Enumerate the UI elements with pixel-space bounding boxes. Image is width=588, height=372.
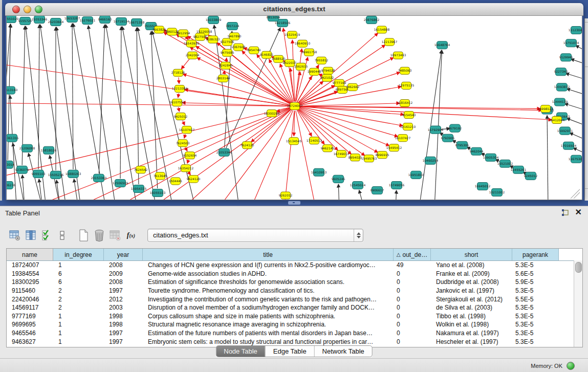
citation-edge[interactable]: [99, 25, 104, 173]
cell-title[interactable]: Tourette syndrome. Phenomenology and cla…: [143, 287, 394, 295]
cell-pagerank[interactable]: 5.3E-5: [512, 261, 559, 270]
table-body[interactable]: 1872400712008Changes of HCN gene express…: [7, 261, 582, 346]
table-row[interactable]: 911546021997Tourette syndrome. Phenomeno…: [7, 287, 582, 295]
citation-edge[interactable]: [571, 59, 582, 64]
cell-title[interactable]: Investigating the contribution of common…: [143, 295, 394, 303]
citation-edge[interactable]: [183, 121, 185, 125]
citation-network-graph[interactable]: 2055102091557262105334626203664106532871…: [7, 16, 582, 200]
canvas-resize-grip[interactable]: [574, 192, 580, 199]
cell-year[interactable]: 1997: [104, 337, 143, 346]
cell-year[interactable]: 2008: [104, 278, 143, 287]
cell-pagerank[interactable]: 5.5E-5: [512, 295, 559, 303]
column-header-year[interactable]: year: [104, 249, 143, 260]
cell-name[interactable]: 18724007: [7, 261, 53, 270]
cell-in_degree[interactable]: 2: [53, 303, 104, 312]
cell-in_degree[interactable]: 1: [53, 329, 104, 338]
function-builder-icon[interactable]: f(x): [124, 229, 138, 242]
cell-name[interactable]: 18300295: [7, 278, 53, 287]
close-panel-icon[interactable]: ✕: [575, 208, 582, 216]
table-row[interactable]: 1872400712008Changes of HCN gene express…: [7, 261, 582, 270]
table-header-row[interactable]: namein_degreeyeartitle△out_de…shortpager…: [7, 249, 582, 261]
table-column-icon[interactable]: [24, 229, 37, 242]
cell-short[interactable]: Yano et al. (2008): [431, 261, 512, 270]
cell-title[interactable]: Changes of HCN gene expression and I(f) …: [143, 261, 394, 270]
cell-name[interactable]: 9465546: [7, 329, 53, 338]
cell-out_de[interactable]: 0: [394, 287, 431, 295]
citation-edge[interactable]: [179, 77, 179, 83]
citation-edge[interactable]: [566, 73, 582, 80]
citation-edge[interactable]: [119, 109, 291, 200]
citation-edge[interactable]: [226, 58, 227, 61]
delete-column-icon[interactable]: [108, 229, 122, 242]
citation-edge[interactable]: [17, 108, 291, 200]
table-row[interactable]: 1938455462009Genome-wide association stu…: [7, 270, 582, 278]
cell-in_degree[interactable]: 6: [53, 278, 104, 287]
cell-out_de[interactable]: 0: [394, 303, 431, 312]
cell-title[interactable]: Estimation of the future numbers of pati…: [143, 329, 394, 338]
select-columns-icon[interactable]: [40, 229, 53, 242]
cell-title[interactable]: Structural magnetic resonance image aver…: [143, 320, 394, 329]
cell-title[interactable]: Embryonic stem cells: a model to study s…: [143, 337, 394, 346]
window-titlebar[interactable]: citations_edges.txt: [5, 3, 583, 16]
cell-year[interactable]: 1997: [104, 287, 143, 295]
citation-edge[interactable]: [283, 111, 294, 200]
citation-edge[interactable]: [359, 190, 365, 200]
table-row[interactable]: 2242004622012Investigating the contribut…: [7, 295, 582, 303]
cell-title[interactable]: Genome-wide association studies in ADHD.: [143, 270, 394, 278]
column-header-out_de[interactable]: △out_de…: [394, 249, 431, 260]
cell-short[interactable]: Stergiakouli et al. (2012): [431, 295, 512, 303]
table-row[interactable]: 1456911722003Disruption of a novel membe…: [7, 303, 582, 312]
row-height-icon[interactable]: [56, 229, 69, 242]
combobox-stepper-icon[interactable]: [354, 229, 363, 242]
cell-pagerank[interactable]: 5.3E-5: [512, 287, 559, 295]
citation-edge[interactable]: [570, 133, 582, 141]
citation-edge[interactable]: [547, 116, 548, 200]
table-select-combobox[interactable]: citations_edges.txt: [147, 229, 363, 242]
citation-edge[interactable]: [120, 27, 121, 179]
cell-out_de[interactable]: 0: [394, 278, 431, 287]
citation-edge[interactable]: [567, 118, 582, 126]
cell-pagerank[interactable]: 5.3E-5: [512, 320, 559, 329]
tab-edge-table[interactable]: Edge Table: [265, 346, 314, 357]
column-header-short[interactable]: short: [431, 249, 512, 260]
scrollbar-thumb[interactable]: [575, 262, 582, 273]
cell-in_degree[interactable]: 2: [53, 295, 104, 303]
cell-year[interactable]: 1998: [104, 312, 143, 321]
cell-short[interactable]: Nakamura et al. (1997): [431, 329, 512, 338]
cell-pagerank[interactable]: 5.3E-5: [512, 312, 559, 321]
cell-short[interactable]: Tibbo et al. (1998): [431, 312, 512, 321]
citation-edge[interactable]: [573, 148, 582, 155]
citation-edge[interactable]: [181, 59, 189, 69]
cell-short[interactable]: de Silva et al. (2003): [431, 303, 512, 312]
cell-name[interactable]: 9777169: [7, 312, 53, 321]
cell-out_de[interactable]: 0: [394, 312, 431, 321]
cell-short[interactable]: Dudbridge et al. (2008): [431, 278, 512, 287]
cell-year[interactable]: 1998: [104, 320, 143, 329]
cell-in_degree[interactable]: 1: [53, 261, 104, 270]
tab-network-table[interactable]: Network Table: [314, 346, 372, 357]
citation-edge[interactable]: [184, 134, 185, 138]
cell-name[interactable]: 19384554: [7, 270, 53, 278]
citation-edge[interactable]: [106, 25, 140, 200]
cell-in_degree[interactable]: 2: [53, 287, 104, 295]
citation-edge[interactable]: [188, 172, 190, 175]
citation-edge[interactable]: [567, 89, 582, 95]
citation-edge[interactable]: [299, 58, 394, 104]
cell-name[interactable]: 9699695: [7, 320, 53, 329]
cell-title[interactable]: Disruption of a novel member of a sodium…: [143, 303, 394, 312]
table-row[interactable]: 946554611997Estimation of the future num…: [7, 329, 582, 338]
vertical-scrollbar[interactable]: [574, 260, 582, 347]
citation-edge[interactable]: [186, 37, 188, 39]
cell-short[interactable]: Wolkin et al. (1998): [431, 320, 512, 329]
cell-out_de[interactable]: 0: [394, 337, 431, 346]
cell-title[interactable]: Corpus callosum shape and size in male p…: [143, 312, 394, 321]
cell-in_degree[interactable]: 6: [53, 270, 104, 278]
cell-in_degree[interactable]: 1: [53, 337, 104, 346]
cell-year[interactable]: 2009: [104, 270, 143, 278]
cell-out_de[interactable]: 49: [394, 261, 431, 270]
cell-name[interactable]: 22420046: [7, 295, 53, 303]
cell-pagerank[interactable]: 5.3E-5: [512, 303, 559, 312]
cell-pagerank[interactable]: 5.9E-5: [512, 278, 559, 287]
cell-title[interactable]: Estimation of significance thresholds fo…: [143, 278, 394, 287]
citation-edge[interactable]: [299, 103, 400, 106]
